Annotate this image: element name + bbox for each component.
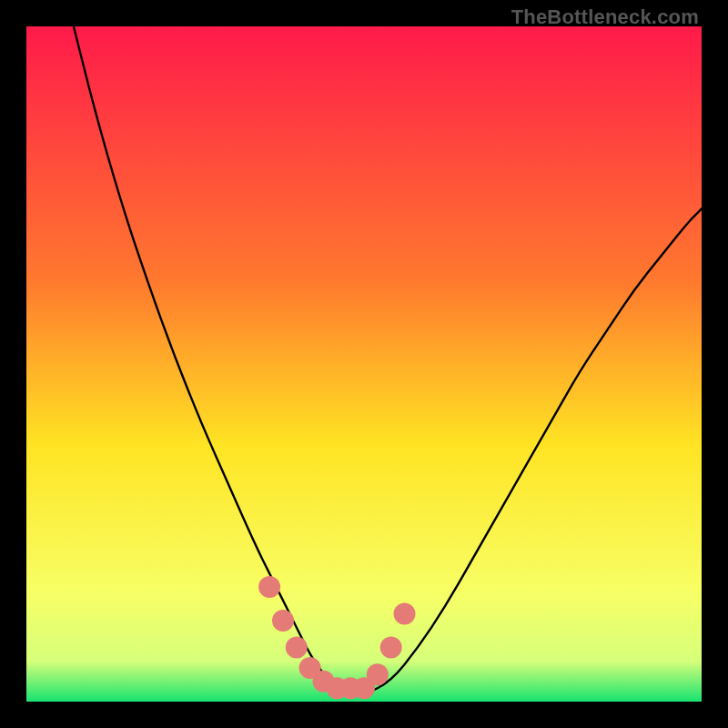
chart-svg (26, 26, 702, 702)
plot-area (26, 26, 702, 702)
marker-dot (367, 663, 389, 685)
chart-frame: TheBottleneck.com (0, 0, 728, 728)
gradient-background (26, 26, 702, 702)
marker-dot (380, 637, 402, 659)
marker-dot (258, 576, 280, 598)
marker-dot (394, 603, 416, 625)
marker-dot (272, 610, 294, 632)
marker-dot (286, 637, 308, 659)
